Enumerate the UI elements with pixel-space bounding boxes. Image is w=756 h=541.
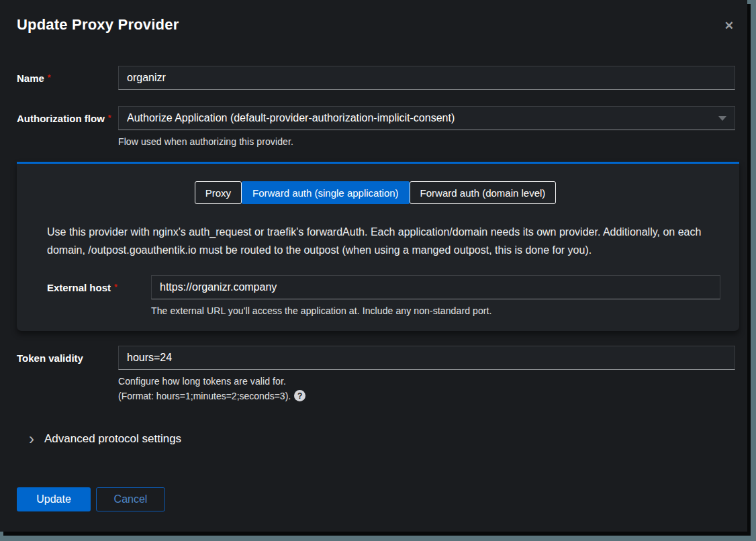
chevron-right-icon: › [29,433,34,445]
authorization-flow-select[interactable] [118,106,735,130]
external-host-help: The external URL you'll access the appli… [151,305,720,316]
external-host-label: External host* [47,275,151,293]
name-input[interactable] [118,66,735,90]
advanced-protocol-settings-expander[interactable]: › Advanced protocol settings [17,432,735,446]
name-field-row: Name* [17,66,735,90]
advanced-protocol-settings-label: Advanced protocol settings [44,432,181,446]
required-asterisk: * [48,73,51,83]
external-host-row: External host* The external URL you'll a… [47,275,720,316]
proxy-mode-option-forward-auth-single[interactable]: Forward auth (single application) [242,181,410,204]
external-host-input[interactable] [151,275,720,299]
token-validity-label: Token validity [17,346,118,364]
modal-footer: Update Cancel [17,487,735,511]
modal-title: Update Proxy Provider [17,16,179,34]
name-label: Name* [17,66,118,84]
required-asterisk: * [114,283,117,292]
token-validity-row: Token validity Configure how long tokens… [17,346,735,401]
cancel-button[interactable]: Cancel [96,487,165,511]
update-button[interactable]: Update [17,487,91,511]
forward-auth-description: Use this provider with nginx's auth_requ… [47,223,718,259]
proxy-mode-panel: Proxy Forward auth (single application) … [17,162,739,331]
close-icon[interactable]: ✕ [724,20,734,32]
page-background-edge: Update Proxy Provider ✕ Name* Authorizat… [0,0,756,541]
modal-header: Update Proxy Provider ✕ [17,0,735,34]
proxy-mode-option-forward-auth-domain[interactable]: Forward auth (domain level) [410,181,557,204]
authorization-flow-label: Authorization flow* [17,106,118,124]
token-validity-help-line1: Configure how long tokens are valid for. [118,376,735,387]
token-validity-input[interactable] [118,346,735,370]
required-asterisk: * [108,113,111,123]
update-proxy-provider-modal: Update Proxy Provider ✕ Name* Authorizat… [0,0,747,532]
proxy-mode-toggle-group: Proxy Forward auth (single application) … [30,181,720,204]
token-validity-help-line2: (Format: hours=1;minutes=2;seconds=3). ? [118,390,735,401]
authorization-flow-row: Authorization flow* Flow used when autho… [17,106,735,147]
proxy-mode-option-proxy[interactable]: Proxy [195,181,242,204]
authorization-flow-help: Flow used when authorizing this provider… [118,136,735,147]
help-circle-icon[interactable]: ? [294,390,305,401]
